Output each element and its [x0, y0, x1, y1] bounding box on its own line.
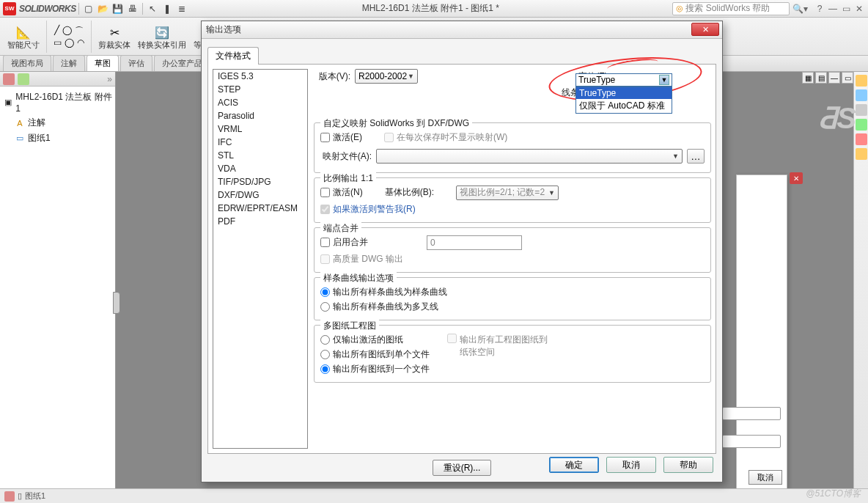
document-title: MHL2-16D1 法兰板 附件1 - 图纸1 * [189, 2, 672, 15]
fmt-acis[interactable]: ACIS [213, 96, 307, 109]
mapping-file-label: 映射文件(A): [320, 150, 372, 163]
fmt-vda[interactable]: VDA [213, 162, 307, 175]
cancel-button[interactable]: 取消 [606, 457, 656, 473]
help-button[interactable]: 帮助 [663, 457, 713, 473]
font-combo[interactable]: TrueType▼ TrueType 仅限于 AutoCAD 标准 [575, 73, 672, 114]
taskpane-design-icon[interactable] [856, 104, 867, 116]
tree-annotations: A注解 [3, 115, 112, 131]
export-options-dialog: 输出选项 ✕ 文件格式 IGES 5.3 STEP ACIS Parasolid… [201, 21, 723, 482]
mdi-panel-icon[interactable]: ▦ [802, 72, 814, 84]
base-scale-label: 基体比例(B): [385, 186, 434, 199]
taskpane-forum-icon[interactable] [856, 148, 867, 160]
mapping-file-combo: ▼ [376, 149, 683, 164]
fmt-tif[interactable]: TIF/PSD/JPG [213, 175, 307, 188]
minimize-icon[interactable]: — [827, 3, 839, 15]
ribbon-line-tools[interactable]: ╱◯⌒ ▭◯◠ [51, 23, 87, 49]
save-icon[interactable]: 💾 [111, 2, 125, 15]
panel-pin-icon[interactable]: » [107, 74, 112, 84]
maximize-icon[interactable]: ▭ [840, 3, 852, 15]
font-combo-dropdown[interactable]: TrueType 仅限于 AutoCAD 标准 [575, 87, 672, 114]
fmt-stl[interactable]: STL [213, 149, 307, 162]
bg-combo-1[interactable] [722, 407, 781, 420]
tab-annotations[interactable]: 注解 [53, 55, 85, 71]
fmt-vrml[interactable]: VRML [213, 122, 307, 136]
fmt-ifc[interactable]: IFC [213, 136, 307, 149]
mapping-browse-button[interactable]: … [687, 149, 705, 164]
bg-combo-2[interactable] [722, 435, 781, 448]
radio-spline-as-spline[interactable]: 输出所有样条曲线为样条曲线 [320, 286, 705, 298]
scale-group-title: 比例输出 1:1 [320, 172, 376, 185]
radio-spline-as-polyline[interactable]: 输出所有样条曲线为多叉线 [320, 301, 705, 313]
tab-evaluate[interactable]: 评估 [120, 55, 152, 71]
help-icon[interactable]: ? [814, 3, 825, 15]
radio-all-sheets-separate[interactable]: 输出所有图纸到单个文件 [320, 348, 430, 361]
chk-hq-dwg: 高质量 DWG 输出 [320, 253, 705, 265]
ok-button[interactable]: 确定 [549, 457, 599, 473]
status-bar: ▯图纸1 [0, 488, 868, 503]
taskpane-custom-icon[interactable] [856, 133, 867, 145]
fmt-edrw[interactable]: EDRW/EPRT/EASM [213, 202, 307, 215]
version-combo[interactable]: R2000-2002▼ [355, 69, 418, 84]
endpoint-group-title: 端点合并 [320, 222, 361, 235]
taskpane-home-icon[interactable] [856, 75, 867, 87]
bg-dialog-close-icon[interactable]: ✕ [790, 172, 803, 184]
close-icon[interactable]: ✕ [853, 3, 865, 15]
mapping-group-title: 自定义映射 SolidWorks 到 DXF/DWG [320, 117, 472, 130]
help-search-input[interactable]: ◎ 搜索 SolidWorks 帮助 [672, 2, 790, 15]
pm-tab-icon[interactable] [18, 73, 29, 85]
ribbon-convert[interactable]: 🔄转换实体引用 [135, 22, 189, 51]
chk-enable-merge[interactable]: 启用合并 [320, 236, 368, 249]
app-logo: SW [3, 2, 16, 15]
feature-manager: » ▣MHL2-16D1 法兰板 附件1 A注解 ▭图纸1 [0, 72, 116, 488]
dialog-close-button[interactable]: ✕ [691, 23, 719, 36]
new-icon[interactable]: ▢ [82, 2, 95, 15]
options-icon[interactable]: ≣ [175, 2, 188, 15]
tab-view-layout[interactable]: 视图布局 [3, 55, 51, 71]
titlebar: SW SOLIDWORKS ▢ 📂 💾 🖶 ↖ ❚ ≣ MHL2-16D1 法兰… [0, 0, 868, 18]
fmt-step[interactable]: STEP [213, 83, 307, 96]
select-icon[interactable]: ↖ [146, 2, 159, 15]
chk-activate-scale[interactable]: 激活(N) [320, 186, 363, 199]
export-format-list[interactable]: IGES 5.3 STEP ACIS Parasolid VRML IFC ST… [213, 69, 308, 449]
mdi-max-icon[interactable]: ▭ [842, 72, 853, 84]
radio-active-sheet-only[interactable]: 仅输出激活的图纸 [320, 334, 430, 346]
panel-drag-handle[interactable] [113, 292, 120, 314]
feature-tree[interactable]: ▣MHL2-16D1 法兰板 附件1 A注解 ▭图纸1 [0, 87, 115, 149]
tree-root: ▣MHL2-16D1 法兰板 附件1 [3, 89, 112, 115]
taskpane-resources-icon[interactable] [856, 89, 867, 101]
panel-header: » [0, 72, 115, 87]
tree-sheet1: ▭图纸1 [3, 131, 112, 146]
font-option-truetype[interactable]: TrueType [576, 87, 672, 99]
fmt-parasolid[interactable]: Parasolid [213, 109, 307, 122]
fmt-iges[interactable]: IGES 5.3 [213, 70, 307, 83]
bg-cancel-button[interactable]: 取消 [749, 470, 782, 485]
fmt-pdf[interactable]: PDF [213, 215, 307, 228]
fm-tab-icon[interactable] [3, 73, 15, 85]
tab-file-format[interactable]: 文件格式 [207, 47, 259, 65]
multisheet-group-title: 多图纸工程图 [320, 320, 379, 332]
rebuild-icon[interactable]: ❚ [161, 2, 174, 15]
radio-all-sheets-one[interactable]: 输出所有图纸到一个文件 [320, 363, 430, 375]
chk-warn-if-active[interactable]: 如果激活则警告我(R) [320, 203, 705, 216]
chk-activate-mapping[interactable]: 激活(E) [320, 131, 362, 144]
open-icon[interactable]: 📂 [97, 2, 110, 15]
watermark-text: @51CTO博客 [806, 488, 861, 500]
chk-export-paper-space: 输出所有工程图图纸到纸张空间 [447, 334, 550, 375]
tab-sketch[interactable]: 草图 [87, 55, 119, 71]
fmt-dxfdwg[interactable]: DXF/DWG [213, 188, 307, 202]
mdi-panel2-icon[interactable]: ▤ [815, 72, 827, 84]
version-label: 版本(V): [314, 70, 350, 83]
merge-value-input [427, 235, 522, 250]
ds-watermark: ƋS [817, 101, 856, 135]
mdi-min-icon[interactable]: — [828, 72, 840, 84]
base-scale-combo: 视图比例=2/1; 记数=2▼ [456, 186, 559, 200]
reset-button[interactable]: 重设(R)... [433, 460, 491, 476]
ribbon-smart-dim[interactable]: 📐智能尺寸 [4, 22, 43, 51]
taskpane-appearance-icon[interactable] [856, 119, 867, 131]
font-option-autocad-std[interactable]: 仅限于 AutoCAD 标准 [576, 99, 672, 113]
ribbon-trim[interactable]: ✂剪裁实体 [95, 22, 133, 51]
chk-dont-show-mapping: 在每次保存时不显示映射(W) [384, 131, 507, 144]
print-icon[interactable]: 🖶 [126, 2, 139, 15]
dialog-title: 输出选项 [202, 21, 722, 39]
background-dialog: ✕ 取消 [736, 175, 787, 503]
